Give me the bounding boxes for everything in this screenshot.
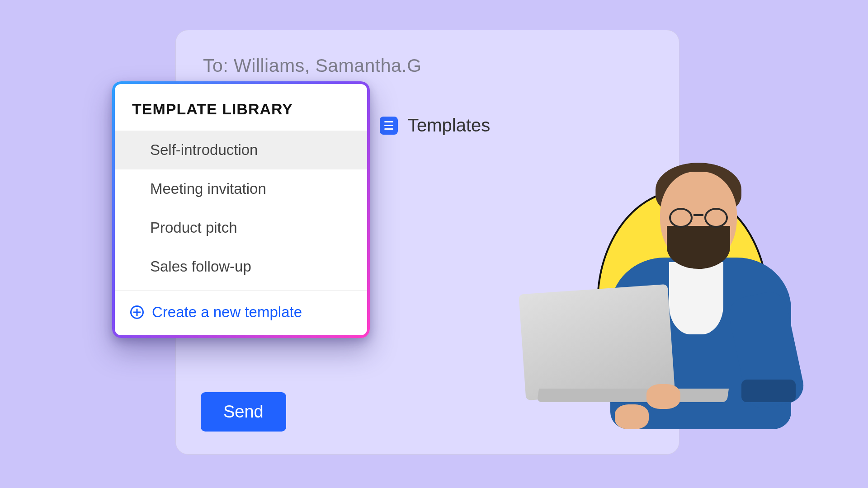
template-item-sales-follow-up[interactable]: Sales follow-up (115, 247, 367, 286)
send-button[interactable]: Send (201, 392, 286, 432)
create-new-template-label: Create a new template (152, 304, 302, 321)
template-list: Self-introduction Meeting invitation Pro… (115, 131, 367, 286)
template-item-meeting-invitation[interactable]: Meeting invitation (115, 169, 367, 208)
plus-circle-icon (130, 305, 144, 319)
template-library-popover: TEMPLATE LIBRARY Self-introduction Meeti… (112, 81, 370, 338)
person-illustration (506, 154, 787, 443)
create-new-template-button[interactable]: Create a new template (115, 291, 367, 335)
templates-icon (380, 117, 398, 135)
templates-button[interactable]: Templates (380, 115, 490, 136)
template-library-title: TEMPLATE LIBRARY (115, 84, 367, 131)
templates-label: Templates (408, 115, 490, 136)
template-item-product-pitch[interactable]: Product pitch (115, 208, 367, 247)
to-field[interactable]: To: Williams, Samantha.G (203, 55, 652, 76)
template-item-self-introduction[interactable]: Self-introduction (115, 131, 367, 169)
